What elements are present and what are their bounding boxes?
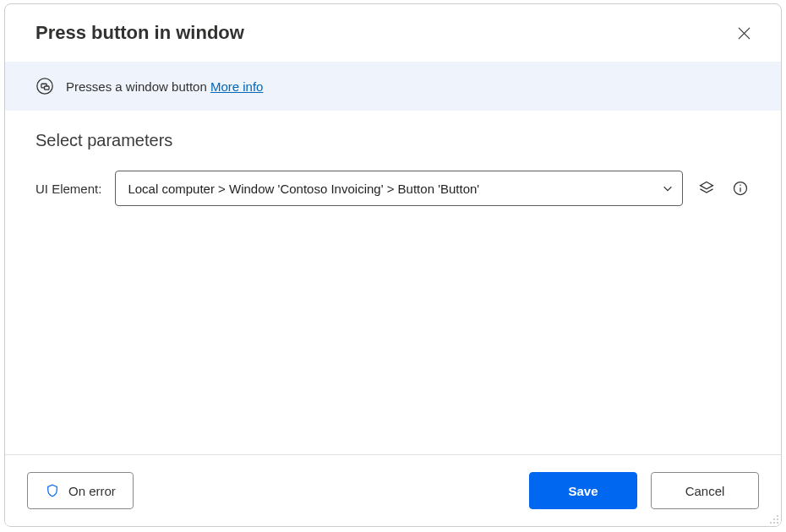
action-icon: [35, 77, 54, 95]
dialog-body: Select parameters UI Element: Local comp…: [5, 111, 781, 454]
more-info-link[interactable]: More info: [210, 79, 264, 94]
layers-icon: [698, 180, 715, 197]
svg-point-12: [770, 522, 772, 524]
footer-actions: Save Cancel: [529, 472, 759, 509]
info-text: Presses a window button More info: [66, 79, 263, 94]
chevron-down-icon: [662, 182, 674, 194]
close-icon: [738, 27, 751, 40]
param-row-ui-element: UI Element: Local computer > Window 'Con…: [35, 171, 751, 206]
svg-point-11: [777, 518, 778, 520]
parameter-info-button[interactable]: [730, 178, 751, 198]
svg-point-10: [773, 518, 775, 520]
svg-point-14: [777, 522, 778, 524]
ui-element-dropdown[interactable]: Local computer > Window 'Contoso Invoici…: [115, 171, 683, 206]
dialog-footer: On error Save Cancel: [5, 454, 781, 526]
cancel-button[interactable]: Cancel: [651, 472, 759, 509]
dialog-title: Press button in window: [35, 22, 244, 44]
svg-point-8: [740, 185, 741, 187]
dialog-header: Press button in window: [5, 4, 781, 62]
ui-element-label: UI Element:: [35, 182, 101, 196]
svg-rect-4: [45, 86, 49, 90]
on-error-button[interactable]: On error: [27, 472, 134, 509]
info-icon: [732, 180, 749, 197]
svg-marker-5: [701, 182, 713, 189]
section-title: Select parameters: [35, 131, 751, 150]
svg-point-13: [773, 522, 775, 524]
info-description: Presses a window button: [66, 79, 207, 94]
save-button[interactable]: Save: [529, 472, 637, 509]
ui-element-value: Local computer > Window 'Contoso Invoici…: [128, 182, 479, 196]
svg-point-9: [777, 515, 778, 517]
resize-grip-icon[interactable]: [767, 513, 779, 524]
ui-element-picker-button[interactable]: [696, 178, 717, 198]
close-button[interactable]: [730, 19, 757, 46]
on-error-label: On error: [68, 484, 116, 498]
info-bar: Presses a window button More info: [5, 62, 781, 111]
dialog-press-button-in-window: Press button in window Presses a window …: [4, 3, 782, 527]
shield-icon: [45, 483, 60, 498]
